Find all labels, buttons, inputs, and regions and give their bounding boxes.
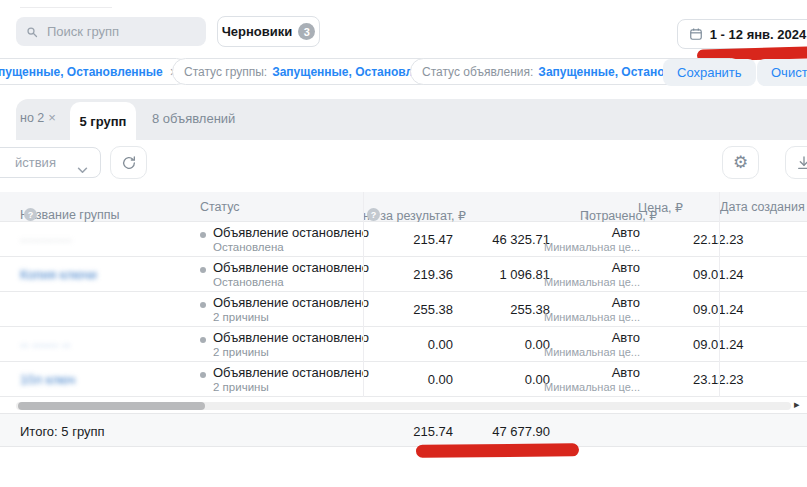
group-name-link[interactable]: Копия ключи [20, 267, 97, 282]
substatus-text: Остановлена [213, 276, 284, 288]
status-text: Объявление остановлено [213, 260, 369, 275]
tab-ads[interactable]: 8 объявлений [152, 111, 235, 126]
group-name-link[interactable]: 10л ключ [20, 372, 75, 387]
date-range-button[interactable]: 1 - 12 янв. 2024 [677, 19, 807, 49]
calendar-icon [689, 27, 703, 41]
column-header-created[interactable]: Дата создания [720, 200, 805, 214]
help-icon: ? [24, 208, 37, 221]
drafts-count-badge: 3 [298, 23, 315, 40]
table-row[interactable]: ············ Объявление остановлено Оста… [0, 222, 807, 257]
cost-per-result-cell: 0.00 [428, 337, 453, 352]
column-divider [719, 192, 720, 397]
substatus-text: 2 причины [213, 381, 269, 393]
totals-spent: 47 677.90 [492, 424, 550, 439]
cost-per-result-cell: 0.00 [428, 372, 453, 387]
price-strategy-cell: Минимальная це... [544, 346, 640, 358]
scroll-right-icon[interactable]: ▸ [794, 398, 800, 411]
price-cell: Авто [612, 365, 640, 380]
tab-label: но 2 [20, 111, 44, 125]
table-header: Название группы? Статус на за результат,… [0, 192, 807, 222]
drafts-label: Черновики [222, 24, 293, 39]
search-input[interactable] [45, 23, 189, 40]
h-scrollbar-thumb[interactable] [18, 402, 205, 410]
group-name-link[interactable]: ············ [20, 232, 72, 247]
tab-groups[interactable]: 5 групп [70, 102, 136, 140]
status-dot-icon [200, 232, 206, 238]
substatus-text: Остановлена [213, 241, 284, 253]
save-filters-button[interactable]: Сохранить [663, 59, 756, 86]
cost-per-result-cell: 255.38 [413, 302, 453, 317]
column-divider [363, 192, 364, 397]
price-strategy-cell: Минимальная це... [544, 311, 640, 323]
clear-filters-button[interactable]: Очистить [757, 59, 807, 86]
totals-row: Итого: 5 групп 215.74 47 677.90 [0, 413, 807, 447]
totals-label: Итого: 5 групп [20, 424, 105, 439]
filter-chip-status[interactable]: пущенные, Остановленные × [0, 58, 190, 85]
price-cell: Авто [612, 260, 640, 275]
ads-manager-screen: Черновики 3 1 - 12 янв. 2024 пущенные, О… [0, 0, 807, 487]
column-header-price[interactable]: Цена, ₽ [638, 200, 683, 215]
status-text: Объявление остановлено [213, 225, 369, 240]
table-row[interactable]: Объявление остановлено 2 причины 255.38 … [0, 292, 807, 327]
price-cell: Авто [612, 330, 640, 345]
status-dot-icon [200, 337, 206, 343]
status-dot-icon [200, 372, 206, 378]
status-text: Объявление остановлено [213, 330, 369, 345]
filter-chip-prefix: Статус объявления: [422, 65, 533, 79]
filter-chip-value: пущенные, Остановленные [0, 65, 163, 79]
cost-per-result-cell: 215.47 [413, 232, 453, 247]
price-cell: Авто [612, 225, 640, 240]
status-dot-icon [200, 267, 206, 273]
filter-chip-prefix: Статус группы: [184, 65, 267, 79]
table-row[interactable]: 10л ключ Объявление остановлено 2 причин… [0, 362, 807, 397]
drafts-button[interactable]: Черновики 3 [217, 16, 320, 47]
group-name-link[interactable]: ·· ······ ·· [20, 337, 71, 352]
table-row[interactable]: Копия ключи Объявление остановлено Остан… [0, 257, 807, 292]
chevron-down-icon [77, 160, 88, 178]
cost-per-result-cell: 219.36 [413, 267, 453, 282]
search-field [16, 17, 206, 46]
download-icon [796, 155, 807, 171]
status-text: Объявление остановлено [213, 365, 369, 380]
price-strategy-cell: Минимальная це... [544, 381, 640, 393]
tab-selected-items[interactable]: но 2 × [20, 110, 56, 125]
substatus-text: 2 причины [213, 346, 269, 358]
spent-cell: 1 096.81 [499, 267, 550, 282]
close-icon[interactable]: × [48, 110, 56, 125]
gear-icon: ⚙ [733, 152, 748, 173]
search-icon [26, 26, 38, 38]
status-text: Объявление остановлено [213, 295, 369, 310]
actions-dropdown[interactable]: йствия [0, 147, 101, 178]
substatus-text: 2 причины [213, 311, 269, 323]
red-marker-annotation-totals [416, 443, 579, 457]
column-header-status[interactable]: Статус [200, 200, 240, 214]
divider [20, 7, 112, 8]
actions-dropdown-label: йствия [15, 155, 56, 170]
export-button[interactable] [785, 146, 807, 179]
help-icon: ? [367, 208, 380, 221]
price-cell: Авто [612, 295, 640, 310]
status-dot-icon [200, 302, 206, 308]
price-strategy-cell: Минимальная це... [544, 241, 640, 253]
refresh-icon [121, 155, 137, 171]
refresh-button[interactable] [110, 146, 147, 179]
table-row[interactable]: ·· ······ ·· Объявление остановлено 2 пр… [0, 327, 807, 362]
settings-button[interactable]: ⚙ [722, 146, 759, 179]
spent-cell: 46 325.71 [492, 232, 550, 247]
price-strategy-cell: Минимальная це... [544, 276, 640, 288]
totals-cost-per-result: 215.74 [413, 424, 453, 439]
sort-desc-icon: ↓ [583, 208, 589, 222]
date-range-label: 1 - 12 янв. 2024 [710, 27, 806, 42]
